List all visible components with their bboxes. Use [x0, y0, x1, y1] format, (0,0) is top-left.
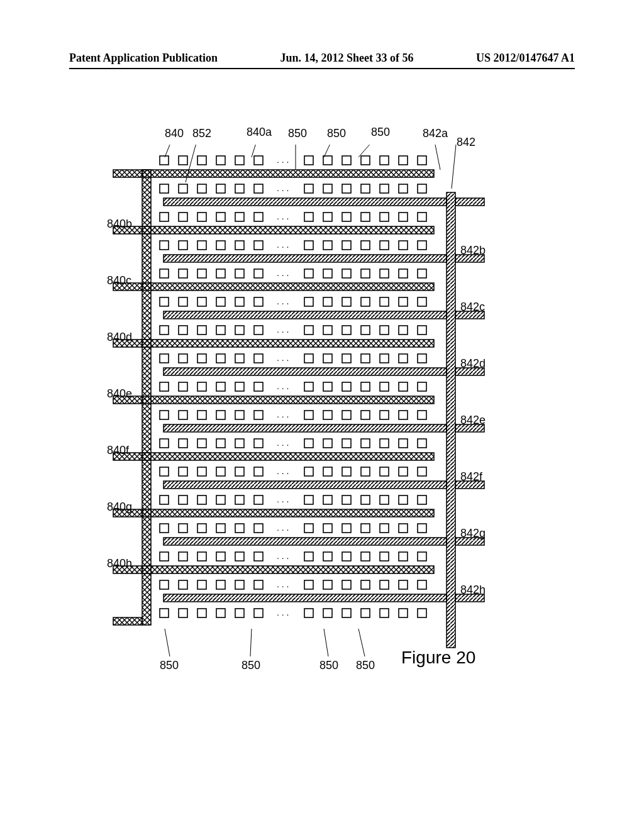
- svg-text:. . .: . . .: [277, 155, 289, 165]
- svg-rect-211: [304, 524, 313, 533]
- svg-rect-216: [399, 524, 408, 533]
- svg-rect-84: [361, 241, 370, 250]
- svg-rect-16: [142, 566, 434, 573]
- svg-rect-185: [304, 467, 313, 476]
- header-right: US 2012/0147647 A1: [476, 52, 575, 65]
- svg-rect-141: [179, 382, 187, 391]
- svg-rect-77: [197, 241, 206, 250]
- svg-rect-236: [254, 580, 263, 589]
- svg-rect-25: [164, 368, 447, 375]
- svg-rect-168: [197, 439, 206, 448]
- svg-rect-112: [399, 297, 408, 306]
- contact-squares-850: [160, 156, 426, 617]
- svg-rect-151: [399, 382, 408, 391]
- svg-rect-14: [142, 509, 434, 517]
- svg-line-280: [434, 145, 440, 170]
- svg-rect-2: [142, 170, 434, 177]
- svg-rect-1: [113, 170, 142, 177]
- svg-rect-102: [179, 297, 187, 306]
- svg-rect-248: [235, 609, 244, 617]
- svg-rect-138: [399, 354, 408, 363]
- svg-rect-182: [216, 467, 225, 476]
- svg-rect-243: [418, 580, 426, 589]
- svg-line-281: [452, 145, 457, 189]
- svg-rect-210: [254, 524, 263, 533]
- svg-rect-252: [342, 609, 351, 617]
- svg-rect-135: [342, 354, 351, 363]
- svg-rect-169: [216, 439, 225, 448]
- svg-rect-95: [323, 269, 332, 278]
- svg-rect-165: [418, 411, 426, 419]
- svg-rect-184: [254, 467, 263, 476]
- svg-rect-115: [179, 326, 187, 335]
- svg-rect-123: [361, 326, 370, 335]
- svg-rect-90: [197, 269, 206, 278]
- svg-rect-37: [179, 156, 187, 165]
- svg-rect-71: [361, 213, 370, 221]
- svg-rect-200: [342, 495, 351, 504]
- svg-rect-8: [142, 340, 434, 347]
- svg-rect-146: [304, 382, 313, 391]
- svg-rect-136: [361, 354, 370, 363]
- svg-line-284: [324, 629, 328, 656]
- svg-rect-217: [418, 524, 426, 533]
- svg-rect-187: [342, 467, 351, 476]
- svg-rect-46: [380, 156, 389, 165]
- svg-rect-183: [235, 467, 244, 476]
- svg-rect-212: [323, 524, 332, 533]
- svg-rect-104: [216, 297, 225, 306]
- label-842a: 842a: [423, 127, 448, 140]
- svg-rect-164: [399, 411, 408, 419]
- svg-rect-150: [380, 382, 389, 391]
- svg-rect-124: [380, 326, 389, 335]
- svg-rect-76: [179, 241, 187, 250]
- svg-rect-148: [342, 382, 351, 391]
- figure-caption: Figure 20: [401, 648, 475, 668]
- svg-rect-96: [342, 269, 351, 278]
- svg-rect-105: [235, 297, 244, 306]
- svg-rect-70: [342, 213, 351, 221]
- svg-rect-215: [380, 524, 389, 533]
- svg-rect-33: [164, 594, 447, 602]
- svg-rect-127: [160, 354, 169, 363]
- figure-svg: . . .. . .. . .. . .. . .. . .. . .. . .…: [107, 145, 497, 673]
- svg-rect-40: [235, 156, 244, 165]
- svg-rect-94: [304, 269, 313, 278]
- svg-rect-134: [323, 354, 332, 363]
- svg-rect-142: [197, 382, 206, 391]
- svg-rect-86: [399, 241, 408, 250]
- svg-rect-214: [361, 524, 370, 533]
- svg-rect-61: [418, 184, 426, 193]
- svg-rect-256: [418, 609, 426, 617]
- svg-rect-83: [342, 241, 351, 250]
- svg-rect-54: [254, 184, 263, 193]
- svg-rect-130: [216, 354, 225, 363]
- svg-rect-152: [418, 382, 426, 391]
- svg-rect-101: [160, 297, 169, 306]
- svg-rect-51: [197, 184, 206, 193]
- svg-rect-163: [380, 411, 389, 419]
- svg-rect-29: [164, 481, 447, 489]
- svg-rect-10: [142, 396, 434, 404]
- label-840b: 840b: [107, 218, 132, 231]
- svg-rect-27: [164, 424, 447, 432]
- page: Patent Application Publication Jun. 14, …: [0, 0, 644, 830]
- svg-rect-39: [216, 156, 225, 165]
- svg-rect-68: [304, 213, 313, 221]
- svg-rect-255: [399, 609, 408, 617]
- svg-rect-235: [235, 580, 244, 589]
- svg-rect-196: [235, 495, 244, 504]
- svg-rect-114: [160, 326, 169, 335]
- svg-rect-245: [179, 609, 187, 617]
- svg-rect-179: [160, 467, 169, 476]
- svg-text:. . .: . . .: [277, 324, 289, 335]
- svg-text:. . .: . . .: [277, 296, 289, 306]
- svg-rect-223: [254, 552, 263, 561]
- label-840e: 840e: [107, 387, 132, 401]
- svg-rect-238: [323, 580, 332, 589]
- svg-rect-48: [418, 156, 426, 165]
- svg-rect-97: [361, 269, 370, 278]
- svg-rect-118: [235, 326, 244, 335]
- svg-rect-233: [197, 580, 206, 589]
- svg-rect-247: [216, 609, 225, 617]
